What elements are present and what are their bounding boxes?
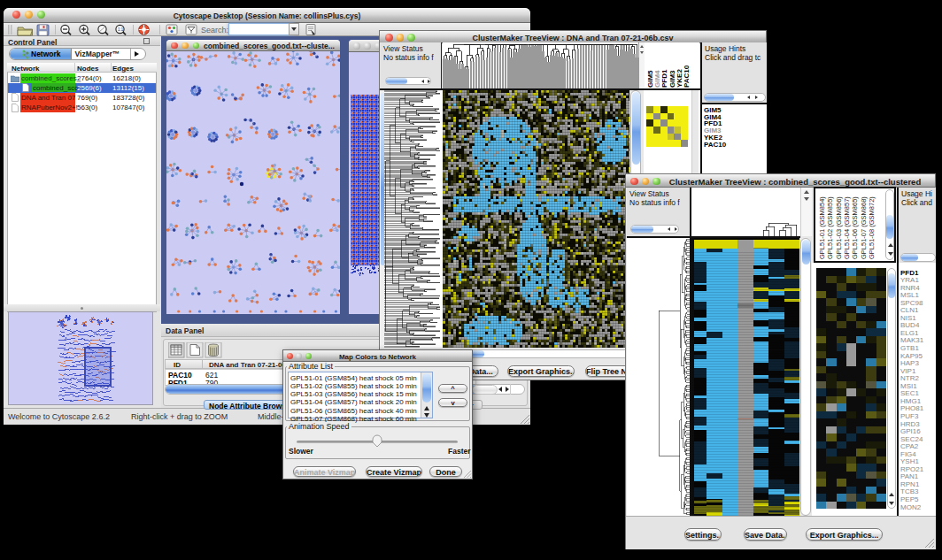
svg-text:1:1: 1:1 bbox=[118, 27, 124, 32]
